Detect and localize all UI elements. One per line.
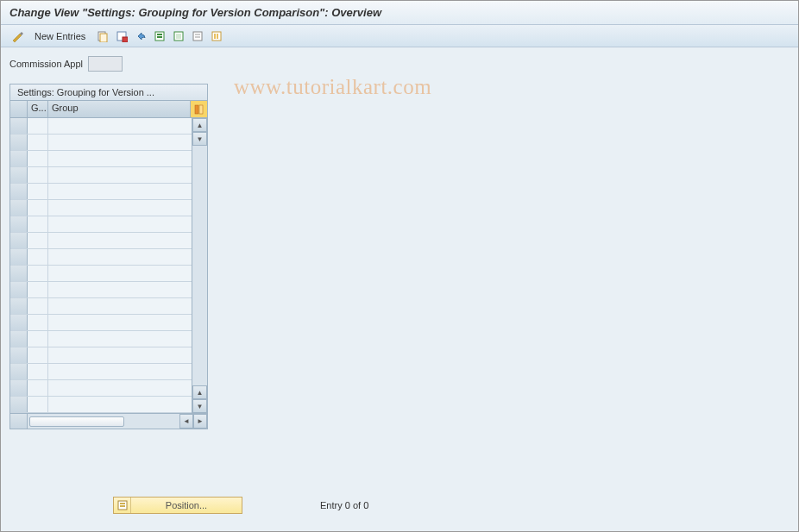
horizontal-scrollbar[interactable]: ◄ ► xyxy=(10,413,207,429)
cell-col1[interactable] xyxy=(28,397,48,412)
cell-col1[interactable] xyxy=(28,266,48,281)
table-header-selector[interactable] xyxy=(10,101,28,117)
cell-col2[interactable] xyxy=(48,233,192,248)
table-row[interactable] xyxy=(10,135,192,151)
toggle-display-change-icon[interactable] xyxy=(9,28,25,44)
scroll-up-icon[interactable]: ▲ xyxy=(192,118,207,132)
svg-rect-16 xyxy=(199,105,203,114)
scroll-up-small-icon[interactable]: ▲ xyxy=(192,385,207,399)
table-row[interactable] xyxy=(10,331,192,347)
row-selector[interactable] xyxy=(10,380,28,396)
cell-col1[interactable] xyxy=(28,282,48,297)
table-header-col2[interactable]: Group xyxy=(48,101,190,117)
row-selector[interactable] xyxy=(10,118,28,134)
cell-col2[interactable] xyxy=(48,315,192,330)
cell-col2[interactable] xyxy=(48,347,192,363)
cell-col1[interactable] xyxy=(28,380,48,396)
cell-col1[interactable] xyxy=(28,364,48,379)
cell-col1[interactable] xyxy=(28,167,48,183)
scroll-left-icon[interactable]: ◄ xyxy=(179,414,193,429)
copy-as-icon[interactable] xyxy=(95,28,110,44)
table-row[interactable] xyxy=(10,380,192,397)
cell-col1[interactable] xyxy=(28,249,48,265)
row-selector[interactable] xyxy=(10,249,28,265)
cell-col2[interactable] xyxy=(48,200,192,216)
table-panel: Settings: Grouping for Version ... G... … xyxy=(9,84,208,429)
table-row[interactable] xyxy=(10,233,192,249)
cell-col2[interactable] xyxy=(48,135,192,150)
row-selector[interactable] xyxy=(10,347,28,363)
cell-col1[interactable] xyxy=(28,200,48,216)
row-selector[interactable] xyxy=(10,216,28,232)
deselect-all-icon[interactable] xyxy=(190,28,205,44)
table-row[interactable] xyxy=(10,364,192,380)
cell-col1[interactable] xyxy=(28,216,48,232)
row-selector[interactable] xyxy=(10,331,28,347)
hscroll-thumb[interactable] xyxy=(29,416,124,427)
row-selector[interactable] xyxy=(10,151,28,166)
select-all-icon[interactable] xyxy=(152,28,167,44)
table-row[interactable] xyxy=(10,282,192,298)
cell-col2[interactable] xyxy=(48,118,192,134)
cell-col2[interactable] xyxy=(48,167,192,183)
delete-icon[interactable] xyxy=(114,28,129,44)
row-selector[interactable] xyxy=(10,397,28,412)
table-row[interactable] xyxy=(10,347,192,364)
scroll-right-icon[interactable]: ► xyxy=(193,414,207,429)
vertical-scrollbar[interactable]: ▲ ▼ ▲ ▼ xyxy=(192,118,207,413)
row-selector[interactable] xyxy=(10,167,28,183)
table-row[interactable] xyxy=(10,315,192,331)
table-row[interactable] xyxy=(10,397,192,413)
cell-col1[interactable] xyxy=(28,184,48,199)
cell-col2[interactable] xyxy=(48,380,192,396)
cell-col2[interactable] xyxy=(48,151,192,166)
row-selector[interactable] xyxy=(10,315,28,330)
scroll-down-small-icon[interactable]: ▼ xyxy=(192,132,207,146)
table-config-icon[interactable] xyxy=(190,101,207,117)
cell-col2[interactable] xyxy=(48,364,192,379)
row-selector[interactable] xyxy=(10,364,28,379)
table-row[interactable] xyxy=(10,184,192,200)
undo-change-icon[interactable] xyxy=(133,28,148,44)
table-header-col1[interactable]: G... xyxy=(28,101,48,117)
cell-col2[interactable] xyxy=(48,184,192,199)
scroll-down-icon[interactable]: ▼ xyxy=(192,399,207,413)
row-selector[interactable] xyxy=(10,135,28,150)
table-row[interactable] xyxy=(10,216,192,233)
cell-col2[interactable] xyxy=(48,282,192,297)
table-row[interactable] xyxy=(10,200,192,216)
cell-col1[interactable] xyxy=(28,118,48,134)
hscroll-track[interactable] xyxy=(28,414,179,429)
row-selector[interactable] xyxy=(10,266,28,281)
cell-col1[interactable] xyxy=(28,151,48,166)
cell-col1[interactable] xyxy=(28,233,48,248)
cell-col1[interactable] xyxy=(28,331,48,347)
cell-col1[interactable] xyxy=(28,135,48,150)
cell-col2[interactable] xyxy=(48,266,192,281)
configure-icon[interactable] xyxy=(209,28,224,44)
table-row[interactable] xyxy=(10,298,192,315)
cell-col2[interactable] xyxy=(48,249,192,265)
table-row[interactable] xyxy=(10,266,192,282)
position-button[interactable]: Position... xyxy=(113,497,242,514)
table-row[interactable] xyxy=(10,118,192,135)
cell-col2[interactable] xyxy=(48,331,192,347)
row-selector[interactable] xyxy=(10,184,28,199)
cell-col1[interactable] xyxy=(28,347,48,363)
table-row[interactable] xyxy=(10,151,192,167)
cell-col2[interactable] xyxy=(48,216,192,232)
table-row[interactable] xyxy=(10,249,192,266)
cell-col2[interactable] xyxy=(48,397,192,412)
commission-input[interactable] xyxy=(88,56,123,72)
row-selector[interactable] xyxy=(10,233,28,248)
select-block-icon[interactable] xyxy=(171,28,186,44)
row-selector[interactable] xyxy=(10,282,28,297)
cell-col1[interactable] xyxy=(28,298,48,314)
cell-col2[interactable] xyxy=(48,298,192,314)
new-entries-button[interactable]: New Entries xyxy=(28,28,91,44)
scroll-track[interactable] xyxy=(192,146,207,385)
table-row[interactable] xyxy=(10,167,192,184)
cell-col1[interactable] xyxy=(28,315,48,330)
row-selector[interactable] xyxy=(10,298,28,314)
row-selector[interactable] xyxy=(10,200,28,216)
